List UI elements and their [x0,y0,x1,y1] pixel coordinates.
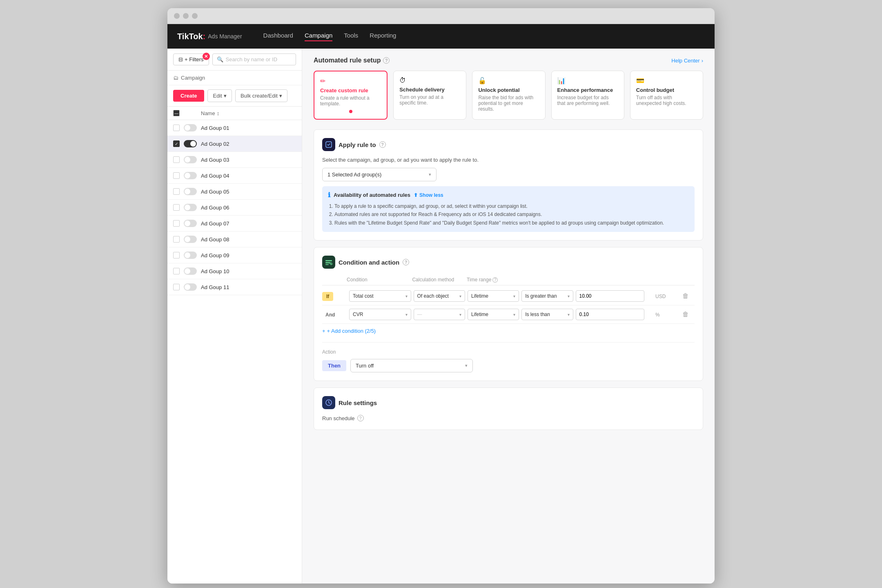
condition-action-info-icon[interactable]: ? [403,259,409,265]
campaign-row-7[interactable]: Ad Goup 07 [167,216,302,232]
row-2-toggle[interactable] [184,140,197,147]
action-dropdown[interactable]: Turn off ▾ [350,359,473,372]
if-badge: If [322,292,333,301]
sidebar-toolbar: ⊟ + Filters ✕ 🔍 Search by name or ID [167,49,302,71]
collapse-icon: ⬆ [414,192,418,198]
apply-rule-subtitle: Select the campaign, ad group, or ad you… [322,157,695,163]
campaign-row-11[interactable]: Ad Goup 11 [167,279,302,295]
template-card-control[interactable]: 💳 Control budget Turn off ads with unexp… [630,71,703,120]
row-11-checkbox[interactable] [173,284,180,290]
apply-rule-heading: Apply rule to ? [322,138,695,151]
timerange-1-select[interactable]: Lifetime ▾ [468,290,519,302]
row-3-checkbox[interactable] [173,156,180,163]
campaign-row-3[interactable]: Ad Goup 03 [167,152,302,168]
campaign-row-4[interactable]: Ad Goup 04 [167,168,302,184]
nav-reporting[interactable]: Reporting [370,32,396,41]
row-6-toggle[interactable] [184,204,197,211]
close-filters-badge[interactable]: ✕ [203,53,210,60]
condition-1-chevron-icon: ▾ [405,294,408,298]
bulk-button[interactable]: Bulk create/Edit ▾ [235,89,287,102]
search-box: 🔍 Search by name or ID [212,53,296,65]
row-1-checkbox[interactable] [173,125,180,131]
template-card-custom[interactable]: ✏ Create custom rule Create a rule witho… [314,71,388,120]
select-all-checkbox[interactable]: — [173,110,180,116]
row-7-toggle[interactable] [184,220,197,227]
svg-rect-2 [325,262,330,263]
row-4-checkbox[interactable] [173,172,180,179]
logo: TikTok: Ads Manager [177,32,242,41]
row-5-toggle[interactable] [184,188,197,195]
row-10-toggle[interactable] [184,267,197,275]
schedule-icon: ⏱ [399,77,406,84]
value-2-input[interactable] [576,309,644,320]
condition-2-select[interactable]: CVR ▾ [349,309,411,320]
template-card-unlock[interactable]: 🔓 Unlock potential Raise the bid for ads… [472,71,545,120]
sort-icon[interactable]: ↕ [217,110,220,116]
row-3-toggle[interactable] [184,156,197,163]
control-icon: 💳 [636,77,644,84]
setup-title: Automated rule setup ? [314,57,390,64]
availability-item-2: Automated rules are not supported for Re… [334,210,689,218]
calculation-1-select[interactable]: Of each object ▾ [414,290,465,302]
unit-2-text: % [655,312,660,318]
setup-title-info-icon[interactable]: ? [383,57,390,64]
row-4-toggle[interactable] [184,172,197,179]
campaign-row-5[interactable]: Ad Goup 05 [167,184,302,200]
run-schedule-info-icon[interactable]: ? [357,415,364,421]
condition-1-select[interactable]: Total cost ▾ [349,290,411,302]
main-container: ⊟ + Filters ✕ 🔍 Search by name or ID 🗂 C… [167,49,715,584]
campaign-row-8[interactable]: Ad Goup 08 [167,232,302,247]
help-center-link[interactable]: Help Center › [671,58,703,64]
row-6-checkbox[interactable] [173,204,180,211]
custom-rule-title: Create custom rule [320,87,381,94]
timerange-2-select[interactable]: Lifetime ▾ [468,309,519,320]
campaign-row-6[interactable]: Ad Goup 06 [167,200,302,216]
bulk-chevron-icon: ▾ [279,93,282,99]
template-cards: ✏ Create custom rule Create a rule witho… [314,71,703,120]
row-1-toggle[interactable] [184,124,197,131]
row-5-checkbox[interactable] [173,188,180,195]
content-area: Automated rule setup ? Help Center › ✏ C… [302,49,715,584]
value-1-input[interactable] [576,290,644,302]
campaign-row-9[interactable]: Ad Goup 09 [167,247,302,263]
unlock-title: Unlock potential [478,87,539,93]
row-11-toggle[interactable] [184,283,197,291]
svg-rect-1 [325,260,332,261]
control-title: Control budget [636,87,697,93]
nav-dashboard[interactable]: Dashboard [263,32,293,41]
row-9-toggle[interactable] [184,252,197,259]
row-10-checkbox[interactable] [173,268,180,274]
row-8-name: Ad Goup 08 [201,236,229,243]
custom-rule-desc: Create a rule without a template. [320,95,381,107]
row-7-checkbox[interactable] [173,220,180,227]
enhance-desc: Increase budget for ads that are perform… [557,95,618,106]
row-8-checkbox[interactable] [173,236,180,243]
delete-condition-1-button[interactable]: 🗑 [682,292,689,299]
svg-rect-3 [325,264,329,265]
unlock-desc: Raise the bid for ads with potential to … [478,95,539,112]
nav-campaign[interactable]: Campaign [305,32,332,41]
delete-condition-2-button[interactable]: 🗑 [682,311,689,318]
edit-button[interactable]: Edit ▾ [207,89,232,102]
campaign-row-1[interactable]: Ad Goup 01 [167,120,302,136]
add-condition-link[interactable]: + + Add condition (2/5) [322,328,695,334]
apply-rule-dropdown[interactable]: 1 Selected Ad group(s) ▾ [322,168,437,181]
campaign-row-10[interactable]: Ad Goup 10 [167,263,302,279]
nav-tools[interactable]: Tools [344,32,358,41]
campaign-row-2[interactable]: ✓ Ad Goup 02 [167,136,302,152]
row-8-toggle[interactable] [184,236,197,243]
unit-1-text: USD [655,294,666,299]
row-9-checkbox[interactable] [173,252,180,258]
show-less-btn[interactable]: ⬆ Show less [414,192,443,198]
time-range-info-icon[interactable]: ? [492,277,498,283]
create-button[interactable]: Create [173,90,204,102]
operator-1-select[interactable]: Is greater than ▾ [521,290,573,302]
row-5-name: Ad Goup 05 [201,189,229,195]
apply-rule-info-icon[interactable]: ? [379,141,386,148]
template-card-schedule[interactable]: ⏱ Schedule delivery Turn on your ad at a… [393,71,466,120]
row-2-checkbox[interactable]: ✓ [173,140,180,147]
logo-dot: : [203,32,206,41]
operator-2-select[interactable]: Is less than ▾ [521,309,573,320]
template-card-enhance[interactable]: 📊 Enhance performance Increase budget fo… [551,71,624,120]
calculation-2-select[interactable]: — ▾ [414,309,465,320]
